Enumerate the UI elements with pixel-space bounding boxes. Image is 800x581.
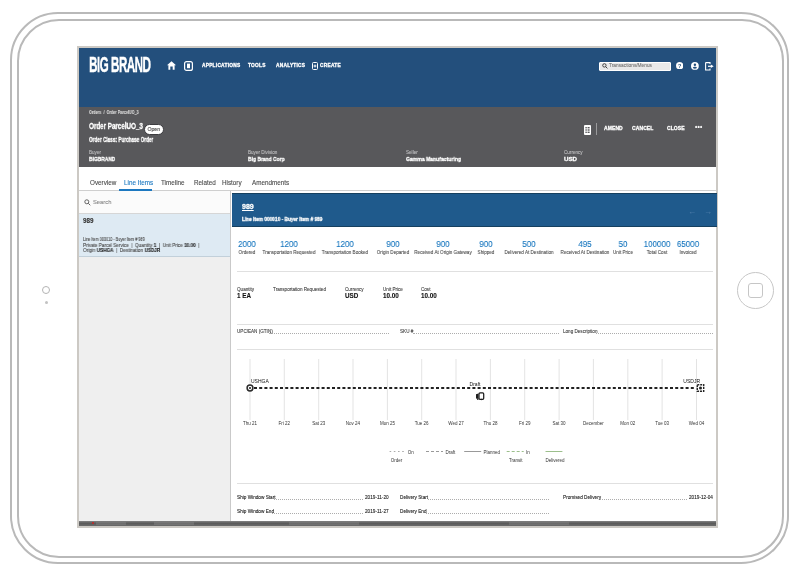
svg-text:On: On	[408, 450, 415, 455]
svg-text:Tue 26: Tue 26	[415, 421, 429, 426]
svg-text:?: ?	[678, 63, 681, 69]
svg-text:Fri 29: Fri 29	[519, 421, 531, 426]
svg-text:Planned: Planned	[484, 450, 501, 455]
svg-text:Draft: Draft	[445, 450, 456, 455]
svg-text:In: In	[526, 450, 530, 455]
svg-text:December: December	[583, 421, 604, 426]
svg-text:Fri 22: Fri 22	[279, 421, 291, 426]
svg-text:Delivered: Delivered	[546, 458, 566, 463]
svg-text:Transit: Transit	[509, 458, 523, 463]
svg-text:Order: Order	[391, 458, 403, 463]
svg-text:Draft: Draft	[470, 381, 481, 387]
svg-text:Wed 27: Wed 27	[448, 421, 464, 426]
svg-text:Nov 24: Nov 24	[346, 421, 361, 426]
svg-text:Thu 28: Thu 28	[483, 421, 498, 426]
svg-text:Sat 30: Sat 30	[553, 421, 567, 426]
svg-text:Mon 25: Mon 25	[380, 421, 396, 426]
svg-text:USHGA: USHGA	[251, 378, 269, 384]
svg-text:Sat 23: Sat 23	[312, 421, 326, 426]
svg-text:Mon 02: Mon 02	[620, 421, 636, 426]
svg-text:Wed 04: Wed 04	[689, 421, 705, 426]
svg-text:Tue 03: Tue 03	[655, 421, 669, 426]
svg-text:USDJR: USDJR	[683, 378, 700, 384]
svg-text:Thu 21: Thu 21	[243, 421, 258, 426]
